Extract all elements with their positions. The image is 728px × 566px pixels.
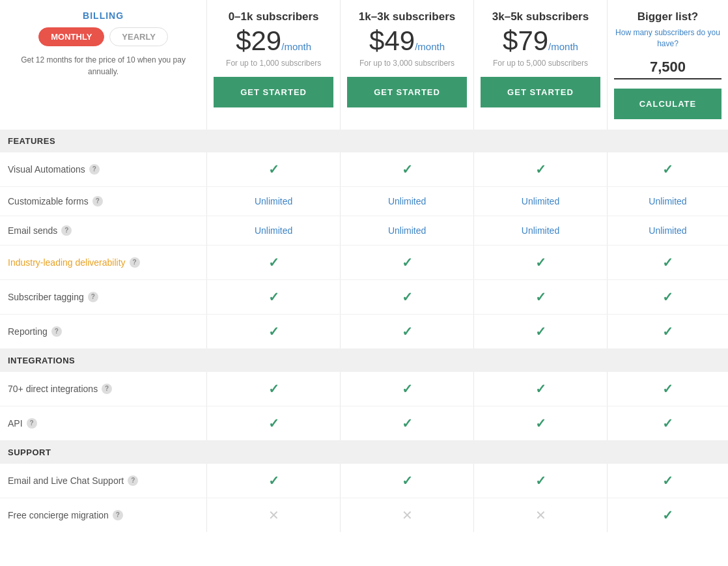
feature-name-cell-0-3: Industry-leading deliverability ? (0, 245, 207, 279)
info-icon-0-4[interactable]: ? (88, 292, 98, 302)
plan-1-subtitle: For up to 1,000 subscribers (214, 59, 333, 68)
cell-2-0-3: ✓ (607, 464, 728, 498)
plan-1-cta[interactable]: GET STARTED (214, 77, 333, 107)
cell-0-3-3: ✓ (607, 245, 728, 279)
check-icon: ✓ (268, 162, 279, 177)
feature-row-2-0: Email and Live Chat Support ? ✓✓✓✓ (0, 464, 728, 498)
cell-2-1-2: ✕ (474, 498, 608, 532)
info-icon-0-5[interactable]: ? (51, 326, 62, 337)
cell-0-4-0: ✓ (207, 279, 341, 314)
feature-label-0-2: Email sends (8, 225, 57, 236)
plan-3-name: 3k–5k subscribers (481, 10, 600, 23)
feature-name-cell-0-5: Reporting ? (0, 314, 207, 348)
cross-icon: ✕ (268, 508, 279, 522)
cell-2-0-1: ✓ (341, 464, 474, 498)
info-icon-0-0[interactable]: ? (89, 164, 100, 175)
feature-label-0-1: Customizable forms (8, 196, 89, 206)
plan-col-1: 0–1k subscribers $29/month For up to 1,0… (207, 0, 341, 130)
check-icon: ✓ (402, 416, 413, 431)
info-icon-1-1[interactable]: ? (27, 418, 37, 429)
feature-row-0-5: Reporting ? ✓✓✓✓ (0, 314, 728, 348)
plan-1-price-block: $29/month (214, 27, 333, 55)
check-icon: ✓ (402, 162, 413, 177)
check-icon: ✓ (402, 324, 413, 339)
calculate-button[interactable]: CALCULATE (614, 89, 721, 119)
cell-0-5-1: ✓ (341, 314, 474, 348)
subscriber-count-input[interactable] (614, 56, 721, 79)
cell-0-0-0: ✓ (207, 152, 341, 187)
cross-icon: ✕ (535, 508, 546, 522)
check-icon: ✓ (535, 255, 546, 270)
check-icon: ✓ (268, 290, 279, 304)
feature-name-cell-0-4: Subscriber tagging ? (0, 279, 207, 314)
plan-3-subtitle: For up to 5,000 subscribers (481, 59, 600, 68)
cell-1-1-1: ✓ (341, 406, 474, 440)
check-icon: ✓ (268, 255, 279, 270)
section-header-1: INTEGRATIONS (0, 348, 728, 372)
plan-2-cta[interactable]: GET STARTED (347, 77, 467, 107)
cell-2-1-1: ✕ (341, 498, 474, 532)
section-title-0: FEATURES (0, 130, 728, 152)
feature-name-cell-2-1: Free concierge migration ? (0, 498, 207, 532)
feature-name-cell-0-2: Email sends ? (0, 216, 207, 245)
cell-0-0-1: ✓ (341, 152, 474, 187)
check-icon: ✓ (662, 416, 673, 431)
cell-1-0-3: ✓ (607, 372, 728, 406)
cell-0-3-2: ✓ (474, 245, 608, 279)
features-body: FEATURES Visual Automations ? ✓✓✓✓ Custo… (0, 130, 728, 532)
billing-column: BILLING MONTHLY YEARLY Get 12 months for… (0, 0, 207, 130)
info-icon-0-1[interactable]: ? (92, 196, 103, 206)
cell-0-0-2: ✓ (474, 152, 608, 187)
cell-0-5-2: ✓ (474, 314, 608, 348)
feature-label-0-3: Industry-leading deliverability (8, 257, 126, 268)
cell-0-1-1: Unlimited (341, 186, 474, 216)
cell-0-0-3: ✓ (607, 152, 728, 187)
cell-0-2-2: Unlimited (474, 216, 608, 245)
plan-col-3: 3k–5k subscribers $79/month For up to 5,… (474, 0, 608, 130)
feature-row-1-1: API ? ✓✓✓✓ (0, 406, 728, 440)
feature-row-0-3: Industry-leading deliverability ? ✓✓✓✓ (0, 245, 728, 279)
plan-1-price: $29/month (236, 25, 311, 56)
plan-3-price: $79/month (503, 25, 578, 56)
yearly-toggle[interactable]: YEARLY (109, 27, 168, 46)
check-icon: ✓ (535, 324, 546, 339)
check-icon: ✓ (662, 382, 673, 396)
info-icon-2-1[interactable]: ? (113, 510, 123, 520)
unlimited-label: Unlimited (649, 225, 686, 236)
plan-3-price-block: $79/month (481, 27, 600, 55)
cell-0-3-0: ✓ (207, 245, 341, 279)
check-icon: ✓ (662, 474, 673, 488)
info-icon-1-0[interactable]: ? (102, 384, 112, 394)
cell-0-1-2: Unlimited (474, 186, 608, 216)
info-icon-2-0[interactable]: ? (128, 475, 138, 486)
feature-name-cell-1-0: 70+ direct integrations ? (0, 372, 207, 406)
plan-2-name: 1k–3k subscribers (347, 10, 467, 23)
plan-3-cta[interactable]: GET STARTED (481, 77, 600, 107)
cell-2-0-2: ✓ (474, 464, 608, 498)
cell-0-1-3: Unlimited (607, 186, 728, 216)
bigger-list-column: Bigger list? How many subscribers do you… (607, 0, 728, 130)
cell-2-0-0: ✓ (207, 464, 341, 498)
pricing-table: BILLING MONTHLY YEARLY Get 12 months for… (0, 0, 728, 532)
cell-0-3-1: ✓ (341, 245, 474, 279)
check-icon: ✓ (402, 255, 413, 270)
monthly-toggle[interactable]: MONTHLY (38, 27, 104, 46)
feature-label-0-0: Visual Automations (8, 164, 85, 175)
cell-1-0-0: ✓ (207, 372, 341, 406)
check-icon: ✓ (268, 324, 279, 339)
info-icon-0-2[interactable]: ? (61, 225, 72, 236)
cell-1-0-2: ✓ (474, 372, 608, 406)
check-icon: ✓ (402, 382, 413, 396)
feature-row-0-1: Customizable forms ? UnlimitedUnlimitedU… (0, 186, 728, 216)
check-icon: ✓ (535, 382, 546, 396)
feature-name-cell-2-0: Email and Live Chat Support ? (0, 464, 207, 498)
check-icon: ✓ (268, 474, 279, 488)
info-icon-0-3[interactable]: ? (130, 257, 140, 268)
check-icon: ✓ (662, 508, 673, 522)
plan-col-2: 1k–3k subscribers $49/month For up to 3,… (341, 0, 474, 130)
check-icon: ✓ (662, 162, 673, 177)
plan-2-price: $49/month (369, 25, 445, 56)
unlimited-label: Unlimited (388, 225, 426, 236)
cell-0-4-1: ✓ (341, 279, 474, 314)
feature-name-cell-0-0: Visual Automations ? (0, 152, 207, 187)
